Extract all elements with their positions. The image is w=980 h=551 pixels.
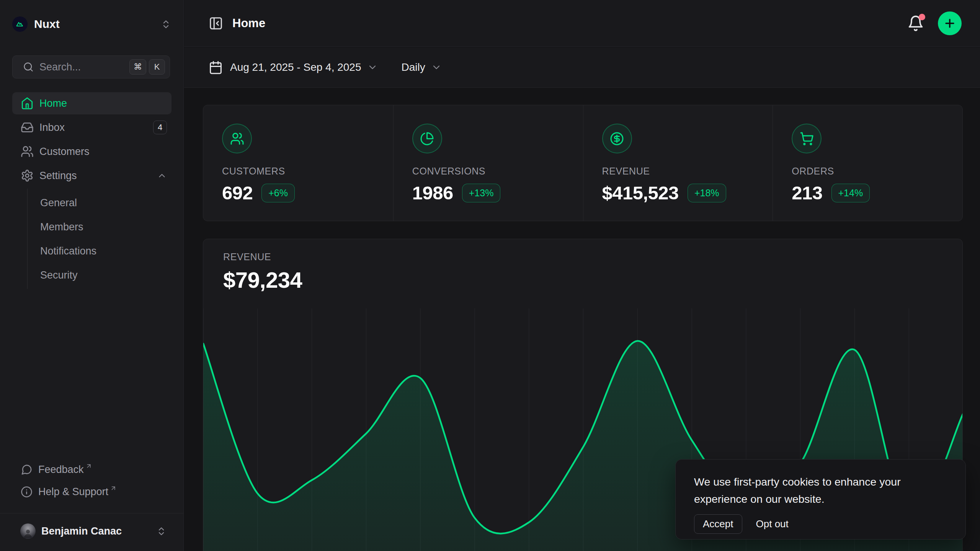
user-name: Benjamin Canac xyxy=(41,525,122,537)
date-range-label: Aug 21, 2025 - Sep 4, 2025 xyxy=(230,61,361,73)
sidebar-item-members[interactable]: Members xyxy=(28,215,172,239)
header-actions xyxy=(907,11,962,35)
revenue-panel-value: $79,234 xyxy=(223,267,962,293)
stat-label: CONVERSIONS xyxy=(412,166,583,177)
sidebar-item-home[interactable]: Home xyxy=(12,92,172,114)
panel-left-close-icon[interactable] xyxy=(209,16,223,31)
sidebar-item-customers[interactable]: Customers xyxy=(12,140,172,163)
stat-label: CUSTOMERS xyxy=(222,166,393,177)
external-link-icon xyxy=(110,485,117,492)
accept-button[interactable]: Accept xyxy=(694,514,742,534)
users-icon xyxy=(222,124,252,153)
notifications-button[interactable] xyxy=(907,15,924,32)
users-icon xyxy=(21,145,34,158)
stat-delta-badge: +13% xyxy=(462,184,501,202)
subnav-label: Notifications xyxy=(40,245,96,257)
opt-out-button[interactable]: Opt out xyxy=(756,518,789,530)
add-button[interactable] xyxy=(938,11,962,35)
workspace-switcher[interactable]: Nuxt xyxy=(12,15,171,33)
subnav-label: Members xyxy=(40,221,83,233)
granularity-select[interactable]: Daily xyxy=(402,61,442,73)
circle-dollar-icon xyxy=(602,124,632,153)
chevron-down-icon xyxy=(367,62,378,73)
sidebar-item-label: Home xyxy=(39,98,67,109)
stat-value: 692 xyxy=(222,182,253,204)
cookie-message: We use first-party cookies to enhance yo… xyxy=(694,473,931,508)
user-menu[interactable]: Benjamin Canac xyxy=(12,519,171,543)
workspace-name: Nuxt xyxy=(34,18,60,31)
calendar-icon xyxy=(209,60,223,75)
sidebar-item-label: Customers xyxy=(39,146,90,158)
sidebar-item-security[interactable]: Security xyxy=(28,263,172,287)
nuxt-logo-icon xyxy=(12,16,28,32)
stat-delta-badge: +6% xyxy=(261,184,295,202)
sidebar-item-notifications[interactable]: Notifications xyxy=(28,239,172,263)
kbd-cmd: ⌘ xyxy=(129,59,146,75)
subnav-label: Security xyxy=(40,269,78,281)
stat-label: REVENUE xyxy=(602,166,773,177)
message-circle-icon xyxy=(21,464,33,476)
help-support-link[interactable]: Help & Support xyxy=(12,481,171,503)
kbd-k: K xyxy=(149,59,165,75)
sidebar-item-label: Inbox xyxy=(39,122,65,134)
sidebar-item-label: Settings xyxy=(39,170,77,182)
settings-subnav: General Members Notifications Security xyxy=(27,189,172,289)
stat-delta-badge: +14% xyxy=(831,184,870,202)
chevrons-up-down-icon xyxy=(156,526,167,536)
inbox-icon xyxy=(21,121,34,134)
sidebar-item-settings[interactable]: Settings xyxy=(12,165,172,187)
pie-chart-icon xyxy=(412,124,442,153)
chevron-up-icon xyxy=(157,171,167,181)
external-link-icon xyxy=(85,463,92,469)
info-circle-icon xyxy=(21,486,33,498)
sidebar-footer-links: Feedback Help & Support xyxy=(12,458,171,503)
stat-delta-badge: +18% xyxy=(688,184,726,202)
sidebar-item-general[interactable]: General xyxy=(28,191,172,215)
inbox-count-badge: 4 xyxy=(153,121,167,134)
revenue-panel-label: REVENUE xyxy=(223,251,962,262)
sidebar-nav: Home Inbox 4 Customers Settings Gener xyxy=(12,92,172,289)
stat-value: 213 xyxy=(792,182,822,204)
stat-card-orders: ORDERS 213 +14% xyxy=(773,105,962,221)
feedback-label: Feedback xyxy=(38,464,84,476)
stat-card-conversions: CONVERSIONS 1986 +13% xyxy=(393,105,583,221)
stat-value: 1986 xyxy=(412,182,453,204)
feedback-link[interactable]: Feedback xyxy=(12,458,171,481)
chevron-down-icon xyxy=(431,62,442,73)
stat-label: ORDERS xyxy=(792,166,962,177)
help-support-label: Help & Support xyxy=(38,486,108,498)
avatar xyxy=(20,523,36,539)
notification-dot xyxy=(919,14,925,20)
sidebar-divider xyxy=(0,513,183,514)
subnav-label: General xyxy=(40,197,77,209)
sidebar-item-inbox[interactable]: Inbox 4 xyxy=(12,116,172,139)
stats-cards: CUSTOMERS 692 +6% CONVERSIONS 1986 +13% … xyxy=(203,105,963,221)
page-header: Home xyxy=(184,0,980,47)
search-input[interactable]: ⌘ K xyxy=(12,55,170,78)
search-icon xyxy=(23,62,34,72)
sidebar: Nuxt ⌘ K Home Inbox 4 xyxy=(0,0,184,551)
stat-card-customers: CUSTOMERS 692 +6% xyxy=(203,105,393,221)
page-title: Home xyxy=(232,16,265,30)
stat-value: $415,523 xyxy=(602,182,679,204)
cookie-banner: We use first-party cookies to enhance yo… xyxy=(675,459,966,540)
granularity-label: Daily xyxy=(402,61,425,73)
home-icon xyxy=(21,97,34,110)
stat-card-revenue: REVENUE $415,523 +18% xyxy=(583,105,773,221)
date-range-picker[interactable]: Aug 21, 2025 - Sep 4, 2025 xyxy=(209,60,378,75)
chevrons-up-down-icon xyxy=(161,19,171,29)
gear-icon xyxy=(21,169,34,182)
shopping-cart-icon xyxy=(792,124,822,153)
search-field[interactable] xyxy=(39,61,127,73)
toolbar: Aug 21, 2025 - Sep 4, 2025 Daily xyxy=(184,48,980,88)
